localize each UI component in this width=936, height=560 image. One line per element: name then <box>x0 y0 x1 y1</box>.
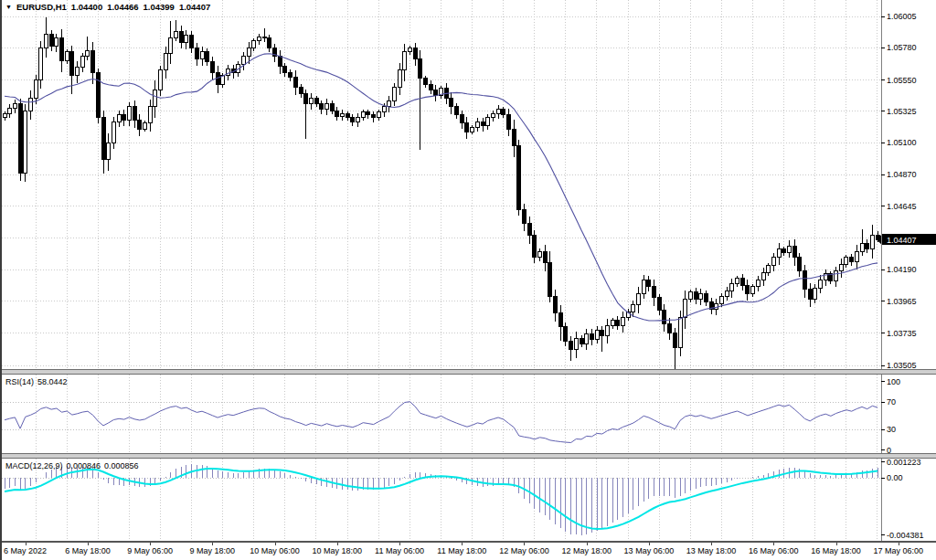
candle-body <box>839 264 843 271</box>
symbol-period-label: EURUSD,H1 <box>16 2 67 12</box>
candle-body <box>262 37 266 38</box>
candle-body <box>242 57 246 65</box>
candle-body <box>678 317 682 348</box>
time-tick <box>524 543 525 545</box>
candle-body <box>247 48 250 56</box>
candle-body <box>611 320 614 325</box>
rsi-value: 58.0442 <box>37 377 68 386</box>
candle-body <box>601 330 604 335</box>
candle-body <box>283 66 287 73</box>
candle-body <box>694 292 697 300</box>
candle-body <box>419 59 422 79</box>
candle-body <box>76 68 80 76</box>
candle-body <box>388 100 391 106</box>
axis-labels[interactable]: 1.060051.057801.055501.053251.051001.048… <box>881 12 917 369</box>
candle-body <box>622 317 625 325</box>
candle-body <box>554 296 558 312</box>
candle-body <box>792 246 796 257</box>
candle-body <box>403 52 407 70</box>
candle-body <box>179 31 183 42</box>
candle-body <box>185 36 188 43</box>
ohlc-low: 1.04399 <box>144 2 175 12</box>
collapse-arrow-icon[interactable]: ▼ <box>5 4 12 10</box>
candle-body <box>569 341 573 349</box>
main-chart-pane[interactable]: 1.060051.057801.055501.053251.051001.048… <box>2 0 936 369</box>
candle-body <box>34 80 37 99</box>
svg-text:1.03735: 1.03735 <box>887 329 917 338</box>
candle-body <box>117 115 121 122</box>
time-label: 12 May 18:00 <box>561 546 612 555</box>
pane-splitter-macd[interactable] <box>2 453 936 459</box>
candle-body <box>408 48 411 52</box>
candle-body <box>278 57 282 67</box>
candle-body <box>341 113 345 116</box>
candle-body <box>725 291 729 296</box>
candle-body <box>688 292 692 300</box>
candle-body <box>107 143 111 159</box>
macd-value-signal: 0.000856 <box>104 461 139 470</box>
candle-body <box>767 266 771 273</box>
candle-body <box>496 110 500 114</box>
candle-body <box>460 115 463 123</box>
macd-value-main: 0.000846 <box>67 461 101 470</box>
candle-body <box>595 330 599 340</box>
time-label: 16 May 06:00 <box>749 546 799 555</box>
candle-body <box>481 122 484 126</box>
candle-body <box>44 34 48 48</box>
candle-body <box>55 38 58 47</box>
candle-body <box>70 52 74 76</box>
time-label: 6 May 2022 <box>4 546 47 555</box>
candle-body <box>221 76 225 84</box>
candle-body <box>164 53 167 69</box>
candle-body <box>413 48 417 58</box>
candle-body <box>465 123 469 132</box>
time-label: 9 May 06:00 <box>127 546 173 555</box>
candle-body <box>24 111 27 174</box>
candle-body <box>870 235 874 248</box>
time-tick <box>212 543 213 545</box>
candle-body <box>782 248 786 253</box>
macd-pane[interactable]: 0.0012230.00-0.004381 <box>2 459 936 541</box>
candle-body <box>730 284 734 291</box>
candle-body <box>486 118 490 126</box>
candle-body <box>377 112 380 118</box>
rsi-pane[interactable]: 10070300 <box>2 375 936 453</box>
candle-body <box>195 48 198 58</box>
time-tick <box>150 543 151 545</box>
axis-labels[interactable]: 10070300 <box>881 377 900 454</box>
candle-body <box>372 115 376 118</box>
candle-body <box>803 271 806 290</box>
ohlc-open: 1.04400 <box>71 2 102 12</box>
svg-text:-0.004381: -0.004381 <box>887 531 924 540</box>
candle-body <box>736 279 739 284</box>
candle-body <box>49 34 53 47</box>
candle-body <box>200 52 204 59</box>
candle-body <box>860 243 864 251</box>
candle-body <box>159 70 163 90</box>
candle-body <box>590 334 593 340</box>
svg-text:1.04645: 1.04645 <box>887 202 917 211</box>
time-axis[interactable]: 6 May 20226 May 18:009 May 06:009 May 18… <box>2 543 936 560</box>
time-tick <box>26 543 27 545</box>
candle-body <box>335 111 339 116</box>
candle-body <box>647 280 651 287</box>
candle-body <box>740 279 744 286</box>
candle-body <box>657 298 661 311</box>
time-label: 6 May 18:00 <box>65 546 111 555</box>
pane-splitter-rsi[interactable] <box>2 369 936 375</box>
candle-body <box>637 293 641 304</box>
candle-body <box>538 251 542 257</box>
candle-body <box>309 98 313 103</box>
ohlc-high: 1.04466 <box>107 2 138 12</box>
candle-body <box>39 48 43 79</box>
axis-labels[interactable]: 0.0012230.00-0.004381 <box>881 459 924 540</box>
svg-text:1.03965: 1.03965 <box>887 297 917 306</box>
candle-body <box>512 129 516 145</box>
candle-body <box>502 110 505 115</box>
time-tick <box>337 543 338 545</box>
candle-body <box>351 118 355 122</box>
candle-body <box>398 70 401 87</box>
candle-body <box>751 287 755 294</box>
candle-body <box>18 104 22 174</box>
macd-label: MACD(12,26,9)0.0008460.000856 <box>5 461 143 470</box>
